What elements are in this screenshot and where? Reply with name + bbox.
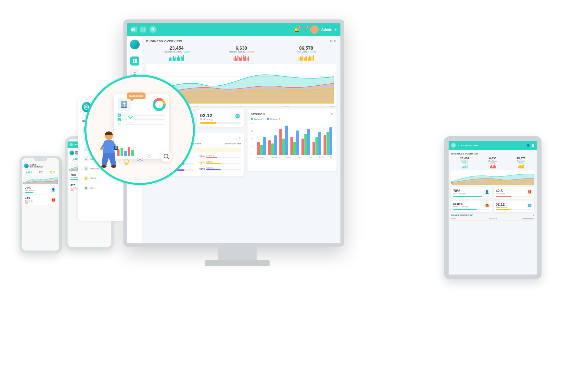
monitor-base: [205, 260, 270, 266]
net-earnings-value: 02.12 Net Earnings: [200, 113, 213, 122]
tablet-device: GLOBAL MLM SOFTWARE 👤 ☰ BUSINESS OVERVIE…: [444, 136, 542, 279]
person-illustration: [99, 130, 119, 170]
bar-group-feb: [268, 135, 277, 155]
stat-box-signups: 6,630 Member Signup ↓ 2.30%: [211, 45, 272, 61]
goals-refresh-icon[interactable]: ↻: [238, 137, 241, 140]
mini-bars-visits: [276, 54, 337, 61]
tablet-avatar: 👤: [526, 144, 530, 147]
mini-bars-registrations: [146, 54, 207, 61]
tablet-biz-stats: 23,454 Reg Views ↑8.16% 6,: [451, 157, 534, 168]
bar-group-jul: [324, 127, 332, 155]
svg-point-4: [152, 28, 154, 30]
session-title: SESSION: [251, 113, 265, 116]
tablet-area-chart: [451, 170, 534, 185]
admin-chevron[interactable]: ▾: [335, 28, 337, 31]
nav-deposits[interactable]: 🏦 De...: [82, 184, 120, 192]
tablet-biz-title: BUSINESS OVERVIEW: [451, 153, 534, 155]
gear-icon-1: [136, 157, 144, 165]
session-container: SESSION ↻ Dataset 2 Dataset 3: [248, 109, 337, 171]
tablet-stat-row-2: 64.89% Member Earnings 🎁 02.12: [451, 201, 534, 212]
phone-visits-icon: 🎁: [50, 197, 56, 203]
bar-group-mar: [279, 126, 288, 155]
topbar-right: 🔔 2 🛒 3 Admin ▾: [294, 25, 337, 34]
illustration-content: ⬆️: [97, 88, 182, 172]
svg-rect-6: [133, 59, 134, 61]
svg-line-56: [85, 149, 86, 149]
sidebar-logo: [130, 40, 140, 49]
menu-icon[interactable]: [131, 27, 137, 32]
svg-line-35: [168, 158, 169, 159]
phone-left-screen: GLOBALMLM SOFTWARE 1,254 Reg Views 640 S…: [22, 161, 59, 207]
tablet-stat-earnings: 64.89% Member Earnings 🎁: [451, 201, 492, 212]
svg-rect-3: [142, 28, 145, 31]
tablet-members-icon: 👤: [484, 189, 490, 195]
monitor-topbar: 🔔 2 🛒 3 Admin ▾: [127, 23, 340, 36]
month-labels: January February March April May June Ju…: [251, 156, 333, 158]
phone-left-stat-visits: 423 Total Visits 🎁: [23, 195, 58, 205]
svg-line-5: [154, 30, 155, 31]
expand-icon[interactable]: [140, 27, 146, 32]
bar-group-may: [301, 129, 310, 155]
svg-point-46: [111, 165, 116, 168]
tablet-visits-icon: 🎁: [527, 189, 532, 195]
tablet-stat-row-1: 78% New Members 👤 42.5: [451, 187, 534, 199]
phone-left-stat-members: 78% New Members 👤: [23, 185, 58, 194]
monitor-col-right: SESSION ↻ Dataset 2 Dataset 3: [248, 109, 337, 213]
tablet-goals-refresh[interactable]: ↻: [533, 214, 535, 216]
bar-group-apr: [290, 130, 299, 155]
scene: 🔔 2 🛒 3 Admin ▾: [0, 0, 574, 392]
circle-illustration: ⬆️: [84, 75, 195, 185]
phone-left-biz-stats: 1,254 Reg Views 640 Signup 8,578 Visits: [23, 170, 58, 175]
svg-point-55: [87, 149, 87, 150]
phone-right-logo-icon: [70, 143, 73, 146]
tablet-earnings-icon: 🎁: [484, 202, 490, 208]
svg-point-34: [164, 154, 168, 158]
phone-notch: [34, 158, 47, 161]
svg-rect-60: [85, 167, 87, 170]
bell-icon[interactable]: 🔔 2: [294, 27, 300, 32]
svg-point-45: [101, 165, 107, 168]
phone-left-mini-chart: [23, 176, 58, 184]
svg-line-57: [86, 149, 87, 149]
net-earnings-progress: [200, 122, 241, 124]
tablet-menu-icon[interactable]: ☰: [531, 144, 534, 147]
tablet-stat-visits: 42.5 Total Visits 🎁: [494, 187, 534, 199]
svg-rect-9: [135, 61, 137, 63]
svg-point-10: [134, 72, 135, 74]
refresh-icon[interactable]: ↻: [334, 40, 337, 43]
tablet-stat-members: 78% New Members 👤: [451, 187, 492, 199]
cart-icon[interactable]: 🛒 3: [302, 27, 308, 32]
tablet-stat-net: 02.12 Net Earnings 🌐: [494, 201, 534, 212]
gear-icon-2: [146, 153, 152, 161]
svg-rect-2: [131, 31, 135, 31]
stat-visits-value: 86,578: [276, 45, 337, 51]
tablet-logo-icon: [451, 143, 456, 148]
search-icon[interactable]: [149, 26, 157, 33]
svg-rect-1: [131, 29, 135, 30]
phone-members-icon: 👤: [50, 187, 56, 193]
resize-icon[interactable]: ⊡: [330, 40, 333, 43]
svg-rect-44: [115, 146, 117, 149]
stat-box-registrations: 23,454 Registration Views ↑ 8.16%: [146, 45, 207, 61]
avatar: [310, 25, 319, 34]
stat-registrations-value: 23,454: [146, 45, 207, 51]
tablet-frame: GLOBAL MLM SOFTWARE 👤 ☰ BUSINESS OVERVIE…: [444, 136, 542, 279]
svg-point-53: [86, 148, 86, 149]
tablet-main: BUSINESS OVERVIEW 23,454 Reg Views ↑8.16…: [449, 150, 537, 224]
monitor-stand: [218, 243, 257, 263]
sidebar-item-dashboard[interactable]: [130, 56, 139, 66]
magnifier-icon: [160, 151, 172, 162]
bar-group-jun: [313, 132, 321, 155]
session-refresh[interactable]: ↻: [331, 113, 333, 116]
business-overview-title: BUSINESS OVERVIEW ⊡ ↻: [146, 40, 337, 43]
svg-point-33: [130, 118, 131, 119]
biz-stats-row: 23,454 Registration Views ↑ 8.16%: [146, 45, 337, 61]
dashboard-board: ⬆️: [114, 94, 169, 159]
mini-bar-chart-illu: [117, 146, 166, 156]
net-earnings-icon: 🌐: [234, 113, 241, 120]
stat-signups-value: 6,630: [211, 45, 272, 51]
svg-point-54: [85, 149, 85, 150]
tablet-goals-title: GOALS COMPLITION ↻: [451, 214, 534, 216]
svg-point-41: [100, 148, 103, 150]
wifi-icon-box: [127, 114, 134, 122]
